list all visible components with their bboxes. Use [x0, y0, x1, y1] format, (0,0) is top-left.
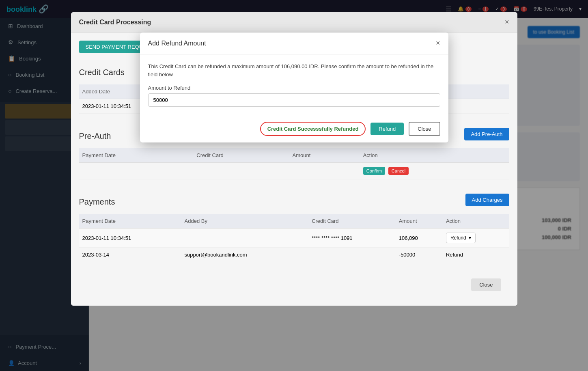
credit-card-processing-modal: Credit Card Processing × SEND PAYMENT RE… [71, 12, 517, 306]
inner-modal-close-button[interactable]: × [436, 39, 440, 47]
add-refund-modal: Add Refund Amount × This Credit Card can… [140, 32, 448, 142]
inner-modal-close-btn[interactable]: Close [409, 122, 440, 136]
inner-modal-overlay: Add Refund Amount × This Credit Card can… [71, 12, 517, 306]
amount-label: Amount to Refund [148, 85, 440, 91]
modal-overlay: Credit Card Processing × SEND PAYMENT RE… [0, 0, 588, 371]
refund-info-text: This Credit Card can be refunded a maxim… [148, 63, 440, 78]
refund-button[interactable]: Refund [370, 123, 404, 135]
inner-modal-header: Add Refund Amount × [140, 32, 448, 54]
amount-to-refund-input[interactable] [148, 93, 440, 107]
inner-modal-body: This Credit Card can be refunded a maxim… [140, 54, 448, 115]
inner-modal-title: Add Refund Amount [148, 40, 206, 47]
app-container: booklink 🔗 ☰ 🔔 0 − 1 ✓ 0 📅 0 99E-Test Pr… [0, 0, 588, 371]
inner-modal-footer: Credit Card Successsfully Refunded Refun… [140, 115, 448, 142]
outer-modal-body: SEND PAYMENT REQUE... ↑ (VCC ONLY ACCEPT… [71, 32, 517, 306]
success-badge: Credit Card Successsfully Refunded [260, 122, 366, 136]
